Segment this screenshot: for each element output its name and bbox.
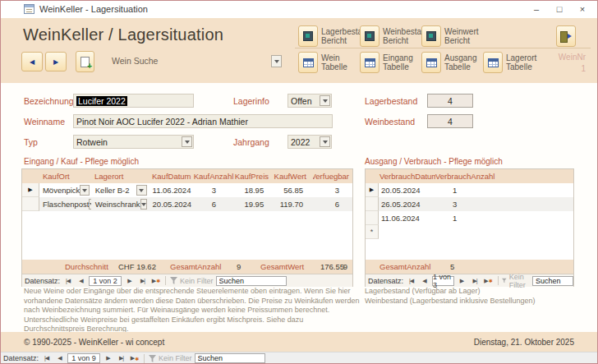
kaufort-cell[interactable]: Flaschenpost bbox=[39, 197, 91, 211]
chevron-down-icon bbox=[141, 203, 146, 206]
wein-suche-combo-arrow[interactable] bbox=[271, 55, 282, 67]
row-selector[interactable]: ▶ bbox=[22, 183, 39, 197]
wein-suche-label: Wein Suche bbox=[112, 57, 158, 66]
nav-next-button[interactable]: ▶ bbox=[103, 353, 113, 363]
weinname-input[interactable]: Pinot Noir AOC Lucifer 2022 - Adrian Mat… bbox=[73, 114, 333, 128]
search-input[interactable] bbox=[532, 276, 573, 286]
row-selector[interactable]: ▶ bbox=[366, 183, 379, 197]
verbrauchdatum-cell[interactable]: 20.05.2024 bbox=[379, 183, 436, 197]
lagerbestand-field: 4 bbox=[427, 94, 473, 108]
nav-last-button[interactable]: ▶| bbox=[470, 276, 481, 286]
table-row[interactable]: ▶ 20.05.2024 1 bbox=[366, 183, 573, 197]
verbrauchanzahl-cell[interactable]: 3 bbox=[436, 197, 514, 211]
typ-combo[interactable]: Rotwein bbox=[73, 135, 194, 149]
verfuegbar-cell[interactable]: 3 bbox=[313, 183, 352, 197]
kaufdatum-cell[interactable]: 20.05.2024 bbox=[149, 197, 194, 211]
kaufdatum-cell[interactable]: 11.06.2024 bbox=[149, 183, 194, 197]
row-selector[interactable] bbox=[366, 197, 379, 211]
new-row-selector[interactable]: * bbox=[366, 225, 379, 239]
maximize-button[interactable]: □ bbox=[548, 1, 571, 17]
datasheet-icon bbox=[365, 58, 375, 67]
nav-first-button[interactable]: |◀ bbox=[41, 353, 52, 363]
eingang-tabelle-button[interactable] bbox=[360, 52, 380, 73]
minimize-button[interactable]: – bbox=[525, 1, 548, 17]
column-header: KaufDatum bbox=[148, 172, 193, 181]
eingang-totals-row: Durchschnitt CHF 19.62 GesamtAnzahl 9 Ge… bbox=[22, 260, 352, 274]
copyright-text: © 1990-2025 - WeinKeller - wi concept bbox=[24, 338, 164, 347]
typ-combo-arrow[interactable] bbox=[182, 136, 192, 147]
lagerbestand-bericht-button[interactable] bbox=[298, 25, 318, 47]
verbrauchanzahl-cell[interactable]: 1 bbox=[436, 211, 514, 225]
jahrgang-combo-arrow[interactable] bbox=[320, 136, 330, 147]
search-input[interactable] bbox=[216, 276, 287, 286]
report-icon bbox=[426, 31, 436, 41]
nav-new-record-button[interactable]: ▶✱ bbox=[129, 353, 140, 363]
kaufanzahl-cell[interactable]: 3 bbox=[193, 183, 234, 197]
table-row[interactable]: ▶ Mövenpick Keller B-2 11.06.2024 3 18.9… bbox=[22, 183, 352, 197]
row-selector[interactable] bbox=[366, 211, 379, 225]
table-row[interactable]: Flaschenpost Weinschrank 20.05.2024 6 19… bbox=[22, 197, 352, 211]
filter-status[interactable]: Kein Filter bbox=[149, 354, 192, 362]
table-row[interactable]: 26.05.2024 3 bbox=[366, 197, 573, 211]
nav-new-record-button[interactable]: ▶✱ bbox=[483, 276, 494, 286]
search-input[interactable] bbox=[195, 353, 265, 363]
nav-prev-button[interactable]: ◀ bbox=[76, 276, 86, 286]
weinbestand-bericht-button[interactable] bbox=[360, 25, 380, 47]
chevron-down-icon bbox=[82, 189, 87, 192]
weinwert-bericht-button[interactable] bbox=[421, 25, 441, 47]
kaufwert-cell[interactable]: 56.85 bbox=[274, 183, 313, 197]
kaufpreis-cell[interactable]: 18.95 bbox=[234, 183, 274, 197]
filter-status[interactable]: Kein Filter bbox=[170, 277, 214, 285]
nav-next-button[interactable]: ▶ bbox=[124, 276, 135, 286]
kaufwert-cell[interactable]: 119.70 bbox=[274, 197, 313, 211]
combo-arrow[interactable] bbox=[136, 185, 147, 196]
gesamtwert-value: 176.55 bbox=[311, 262, 344, 271]
wein-tabelle-label: Wein Tabelle bbox=[321, 53, 361, 71]
kaufort-cell[interactable]: Mövenpick bbox=[39, 183, 91, 197]
previous-record-button[interactable]: ◀ bbox=[21, 52, 43, 71]
nav-first-button[interactable]: |◀ bbox=[62, 276, 73, 286]
nav-first-button[interactable]: |◀ bbox=[406, 276, 416, 286]
hint-text-right: Lagerbestand (Verfügbar ab Lager) Weinbe… bbox=[365, 287, 588, 306]
lagerort-tabelle-button[interactable] bbox=[483, 52, 503, 73]
jahrgang-combo[interactable]: 2022 bbox=[288, 135, 332, 149]
next-record-button[interactable]: ▶ bbox=[45, 52, 67, 71]
nav-last-button[interactable]: ▶| bbox=[116, 353, 126, 363]
verbrauchanzahl-cell[interactable]: 1 bbox=[436, 183, 514, 197]
lagerbestand-hint: Lagerbestand (Verfügbar ab Lager) bbox=[365, 287, 588, 297]
lagerinfo-combo[interactable]: Offen bbox=[288, 94, 332, 108]
weinnr-value: 1 bbox=[543, 64, 586, 73]
nav-last-button[interactable]: ▶| bbox=[137, 276, 148, 286]
new-record-button[interactable] bbox=[76, 51, 94, 72]
row-selector[interactable] bbox=[22, 197, 39, 211]
verbrauchdatum-cell[interactable]: 26.05.2024 bbox=[379, 197, 436, 211]
kaufpreis-cell[interactable]: 19.95 bbox=[234, 197, 274, 211]
lagerinfo-combo-arrow[interactable] bbox=[320, 95, 330, 106]
chevron-down-icon bbox=[323, 99, 328, 103]
close-button[interactable]: × bbox=[571, 1, 594, 17]
kaufanzahl-cell[interactable]: 6 bbox=[193, 197, 234, 211]
table-row[interactable]: 11.06.2024 1 bbox=[366, 211, 573, 225]
combo-arrow[interactable] bbox=[80, 185, 89, 196]
record-position: 1 von 3 bbox=[432, 276, 453, 286]
jahrgang-value: 2022 bbox=[291, 137, 320, 147]
verfuegbar-cell[interactable]: 6 bbox=[313, 197, 352, 211]
new-record-row[interactable]: * bbox=[366, 225, 573, 239]
nav-prev-button[interactable]: ◀ bbox=[419, 276, 430, 286]
datasheet-icon bbox=[303, 58, 314, 67]
lagerort-cell[interactable]: Weinschrank bbox=[91, 197, 149, 211]
nav-new-record-button[interactable]: ▶✱ bbox=[150, 276, 161, 286]
combo-arrow[interactable] bbox=[140, 199, 147, 210]
eingang-section-title: Eingang / Kauf - Pflege möglich bbox=[24, 157, 139, 166]
gesamtanzahl-label: GesamtAnzahl bbox=[380, 262, 430, 271]
bezeichnung-input[interactable]: Lucifer 2022 bbox=[73, 94, 194, 108]
verbrauchdatum-cell[interactable]: 11.06.2024 bbox=[379, 211, 436, 225]
nav-prev-button[interactable]: ◀ bbox=[54, 353, 65, 363]
lagerort-cell[interactable]: Keller B-2 bbox=[91, 183, 149, 197]
nav-next-button[interactable]: ▶ bbox=[457, 276, 467, 286]
ausgang-tabelle-button[interactable] bbox=[421, 52, 441, 73]
exit-button[interactable] bbox=[556, 25, 576, 47]
new-record-icon bbox=[80, 57, 90, 67]
divider bbox=[295, 48, 591, 48]
wein-tabelle-button[interactable] bbox=[298, 52, 318, 73]
